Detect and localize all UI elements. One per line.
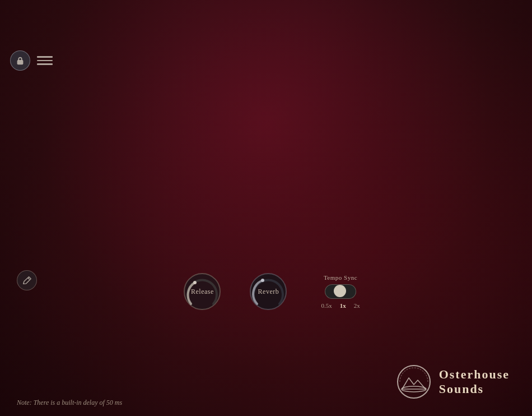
release-knob[interactable]: Release <box>182 271 222 312</box>
tempo-sync-label: Tempo Sync <box>324 274 357 281</box>
lock-icon <box>15 56 25 66</box>
tempo-value-1x[interactable]: 1x <box>340 302 346 309</box>
logo-circle <box>396 364 431 399</box>
pencil-icon <box>22 275 32 285</box>
logo-area: Osterhouse Sounds <box>396 364 510 399</box>
lock-button[interactable] <box>10 50 30 71</box>
tempo-value-0.5x[interactable]: 0.5x <box>321 302 332 309</box>
svg-point-21 <box>193 281 197 284</box>
reverb-knob[interactable]: Reverb <box>248 271 288 312</box>
list-button[interactable] <box>36 53 54 68</box>
svg-point-24 <box>398 366 430 398</box>
reverb-knob-wrapper: Reverb <box>248 271 288 312</box>
tempo-sync-toggle[interactable] <box>325 284 356 299</box>
brand-name: Osterhouse Sounds <box>439 367 510 397</box>
svg-point-23 <box>261 279 264 282</box>
svg-rect-0 <box>17 60 24 64</box>
tempo-values: 0.5x 1x 2x <box>321 302 360 309</box>
release-knob-wrapper: Release <box>182 271 222 312</box>
tempo-sync-wrapper: Tempo Sync 0.5x 1x 2x <box>321 274 360 309</box>
tempo-value-2x[interactable]: 2x <box>354 302 360 309</box>
toggle-knob <box>334 285 346 297</box>
bottom-note: Note: There is a built-in delay of 50 ms <box>17 399 122 407</box>
pencil-button[interactable] <box>17 270 37 290</box>
